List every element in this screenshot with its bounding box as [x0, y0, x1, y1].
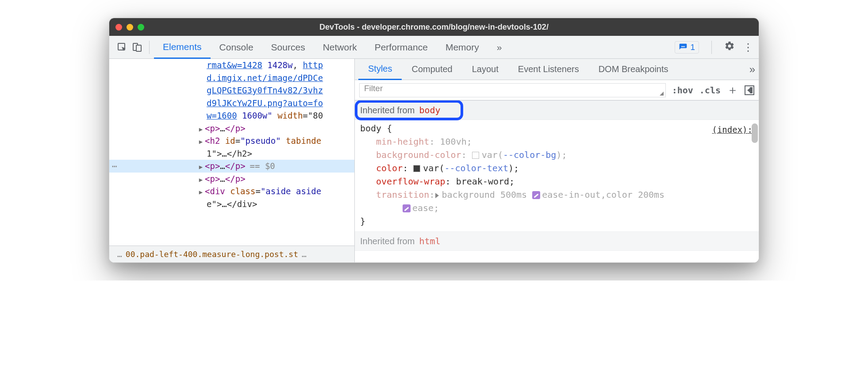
expand-icon[interactable]: ▶	[198, 175, 204, 184]
issues-button[interactable]: 1	[675, 41, 699, 54]
computed-panel-toggle-icon[interactable]	[745, 85, 754, 95]
minimize-window-button[interactable]	[127, 24, 133, 31]
more-options-icon[interactable]: ⋮	[743, 41, 753, 54]
device-toolbar-icon[interactable]	[130, 42, 145, 53]
dom-tree[interactable]: rmat&w=1428 1428w, http d.imgix.net/imag…	[109, 59, 354, 246]
title-bar: DevTools - developer.chrome.com/blog/new…	[109, 18, 759, 36]
css-declaration[interactable]: background-color: var(--color-bg);	[360, 148, 753, 161]
sidebar-tabs: Styles Computed Layout Event Listeners D…	[355, 59, 759, 80]
subtab-dom-breakpoints[interactable]: DOM Breakpoints	[589, 59, 678, 80]
subtab-layout[interactable]: Layout	[462, 59, 508, 80]
breadcrumb-overflow[interactable]: …	[302, 248, 307, 260]
css-rule[interactable]: (index): body { min-height: 100vh; backg…	[355, 120, 759, 231]
inherited-from-element[interactable]: body	[419, 104, 440, 117]
expand-icon[interactable]: ▶	[198, 162, 204, 172]
dom-url-fragment[interactable]: rmat&w=1428	[207, 60, 262, 70]
dom-url-fragment[interactable]: http	[303, 60, 323, 70]
css-declaration[interactable]: color: var(--color-text);	[360, 161, 753, 175]
svg-rect-2	[136, 45, 141, 51]
color-swatch-icon[interactable]	[472, 152, 479, 159]
tab-memory[interactable]: Memory	[437, 36, 488, 58]
bezier-editor-icon[interactable]	[532, 191, 540, 199]
css-selector[interactable]: body	[360, 123, 381, 134]
expand-icon[interactable]: ▶	[198, 137, 204, 146]
settings-icon[interactable]	[724, 41, 735, 54]
selected-indicator-icon: ⋯	[112, 160, 118, 173]
hov-toggle[interactable]: :hov	[672, 85, 693, 96]
tab-performance[interactable]: Performance	[366, 36, 437, 58]
dom-url-fragment[interactable]: w=1600	[207, 111, 237, 120]
inherited-from-header[interactable]: Inherited from html	[355, 231, 759, 251]
expand-icon[interactable]: ▶	[198, 125, 204, 134]
subtab-event-listeners[interactable]: Event Listeners	[508, 59, 589, 80]
styles-pane: Styles Computed Layout Event Listeners D…	[355, 59, 759, 262]
inherited-from-element[interactable]: html	[419, 234, 440, 248]
maximize-window-button[interactable]	[138, 24, 144, 31]
breadcrumb-overflow[interactable]: …	[117, 248, 122, 260]
styles-filter-bar: Filter :hov .cls ＋	[355, 80, 759, 100]
tabs-overflow[interactable]: »	[488, 36, 511, 58]
console-ref: == $0	[246, 161, 275, 171]
separator	[149, 41, 150, 54]
dom-node-p[interactable]: ▶<p>…</p>	[109, 122, 354, 135]
scrollbar-thumb[interactable]	[752, 123, 758, 143]
issues-count: 1	[690, 42, 695, 52]
separator	[711, 41, 712, 54]
devtools-window: DevTools - developer.chrome.com/blog/new…	[109, 18, 759, 263]
breadcrumbs[interactable]: … 00.pad-left-400.measure-long.post.st …	[109, 246, 354, 262]
main-tabs: Elements Console Sources Network Perform…	[154, 36, 511, 58]
window-controls	[115, 24, 144, 31]
dom-node-p[interactable]: ▶<p>…</p>	[109, 173, 354, 185]
filter-input[interactable]: Filter	[359, 83, 666, 97]
css-declaration[interactable]: overflow-wrap: break-word;	[360, 175, 753, 188]
dom-node-h2[interactable]: ▶<h2 id="pseudo" tabinde	[109, 135, 354, 147]
css-declaration[interactable]: transition:background 500ms ease-in-out,…	[360, 188, 753, 201]
main-toolbar: Elements Console Sources Network Perform…	[109, 36, 759, 59]
tab-sources[interactable]: Sources	[262, 36, 314, 58]
content-area: rmat&w=1428 1428w, http d.imgix.net/imag…	[109, 59, 759, 262]
css-declaration[interactable]: min-height: 100vh;	[360, 135, 753, 148]
window-title: DevTools - developer.chrome.com/blog/new…	[109, 23, 759, 32]
breadcrumb-current[interactable]: 00.pad-left-400.measure-long.post.st	[126, 248, 298, 260]
stylesheet-source-link[interactable]: (index):	[712, 123, 753, 136]
dom-url-fragment[interactable]: gLQPGtEG3y0fTn4v82/3vhz	[207, 85, 323, 95]
dom-url-fragment[interactable]: d9lJKcYw2FU.png?auto=fo	[207, 98, 323, 108]
new-style-rule-icon[interactable]: ＋	[727, 82, 738, 98]
dom-node-selected[interactable]: ⋯ ▶<p>…</p>== $0	[109, 160, 354, 173]
tab-network[interactable]: Network	[314, 36, 366, 58]
color-swatch-icon[interactable]	[413, 165, 420, 172]
expand-icon[interactable]: ▶	[198, 188, 204, 197]
cls-toggle[interactable]: .cls	[699, 85, 721, 96]
subtabs-overflow[interactable]: »	[749, 63, 755, 76]
subtab-styles[interactable]: Styles	[358, 59, 402, 80]
close-window-button[interactable]	[115, 24, 122, 31]
tab-console[interactable]: Console	[211, 36, 262, 58]
scrollbar[interactable]	[751, 100, 759, 262]
dom-url-fragment[interactable]: d.imgix.net/image/dPDCe	[207, 73, 323, 83]
bezier-editor-icon[interactable]	[403, 204, 411, 212]
styles-body[interactable]: Inherited from body (index): body { min-…	[355, 100, 759, 262]
elements-pane: rmat&w=1428 1428w, http d.imgix.net/imag…	[109, 59, 355, 262]
tab-elements[interactable]: Elements	[154, 36, 211, 59]
inspect-element-icon[interactable]	[115, 42, 130, 53]
subtab-computed[interactable]: Computed	[402, 59, 462, 80]
dom-node-div[interactable]: ▶<div class="aside aside	[109, 185, 354, 198]
inherited-from-header[interactable]: Inherited from body	[355, 100, 759, 120]
expand-shorthand-icon[interactable]	[435, 193, 439, 198]
